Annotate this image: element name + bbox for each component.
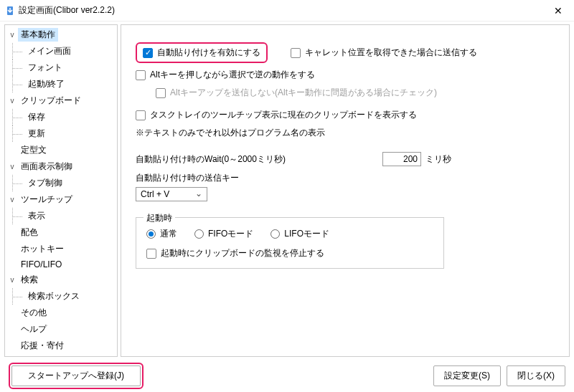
tree-item-label: その他 xyxy=(18,306,50,320)
tree-item-label: フォント xyxy=(25,61,65,75)
tree-item[interactable]: 起動/終了 xyxy=(5,76,117,92)
startup-group: 起動時 通常 FIFOモード LIFOモード 起動時にクリップボードの監視を停止… xyxy=(136,217,444,269)
tree-item-label: 検索 xyxy=(18,273,41,287)
tree-item[interactable]: v基本動作 xyxy=(5,27,117,43)
tree-item[interactable]: v検索 xyxy=(5,272,117,288)
tree-item[interactable]: 更新 xyxy=(5,125,117,142)
tree-item-label: 画面表示制御 xyxy=(18,160,75,173)
tree-item[interactable]: メイン画面 xyxy=(5,43,117,59)
tree-item-label: バージョン xyxy=(18,355,67,357)
highlight-startup-register: スタートアップへ登録(J) xyxy=(9,363,144,389)
radio-startup-fifo[interactable]: FIFOモード xyxy=(194,228,253,240)
tree-item-label: 基本動作 xyxy=(18,28,58,42)
chevron-down-icon: v xyxy=(8,97,17,105)
tree-item[interactable]: 検索ボックス xyxy=(5,288,117,305)
tree-item-label: 検索ボックス xyxy=(25,290,83,303)
chevron-down-icon: v xyxy=(8,276,17,284)
startup-register-button[interactable]: スタートアップへ登録(J) xyxy=(11,365,141,386)
tree-item-label: 保存 xyxy=(25,110,48,124)
checkbox-alt-reverse[interactable]: Altキーを押しながら選択で逆の動作をする xyxy=(136,69,315,81)
wait-label: 自動貼り付け時のWait(0～2000ミリ秒) xyxy=(136,153,286,166)
tree-item-label: 応援・寄付 xyxy=(18,339,67,353)
tree-item-label: ヘルプ xyxy=(18,322,50,336)
tree-item[interactable]: 表示 xyxy=(5,208,117,224)
tree-item[interactable]: v画面表示制御 xyxy=(5,158,117,175)
chevron-down-icon: v xyxy=(8,196,17,204)
checkbox-alt-keyup[interactable]: Altキーアップを送信しない(Altキー動作に問題がある場合にチェック) xyxy=(156,87,437,99)
tree-item[interactable]: FIFO/LIFO xyxy=(5,257,117,272)
tooltip-note: ※テキストのみでそれ以外はプログラム名の表示 xyxy=(136,127,555,139)
wait-input[interactable] xyxy=(382,152,421,166)
tree-item-label: タブ制御 xyxy=(25,176,65,190)
content-panel: ✓ 自動貼り付けを有効にする キャレット位置を取得できた場合に送信する Altキ… xyxy=(121,24,570,357)
radio-startup-normal[interactable]: 通常 xyxy=(146,228,177,240)
chevron-down-icon: v xyxy=(8,163,17,171)
tree-item[interactable]: その他 xyxy=(5,305,117,321)
tree-item[interactable]: ヘルプ xyxy=(5,321,117,338)
checkbox-auto-paste-enable[interactable]: ✓ 自動貼り付けを有効にする xyxy=(143,47,260,59)
footer: スタートアップへ登録(J) 設定変更(S) 閉じる(X) xyxy=(0,360,574,392)
main-area: v基本動作メイン画面フォント起動/終了vクリップボード保存更新定型文v画面表示制… xyxy=(0,21,574,360)
tree-item-label: 定型文 xyxy=(18,143,50,157)
tree-item[interactable]: ホットキー xyxy=(5,241,117,257)
close-icon[interactable]: ✕ xyxy=(545,1,571,21)
chevron-down-icon: v xyxy=(8,31,17,39)
titlebar: 設定画面(Clibor ver2.2.2) ✕ xyxy=(0,0,574,21)
tree-item-label: 更新 xyxy=(25,127,48,140)
wait-unit: ミリ秒 xyxy=(425,153,451,166)
window-title: 設定画面(Clibor ver2.2.2) xyxy=(19,4,545,16)
tree-item-label: FIFO/LIFO xyxy=(18,259,65,270)
send-key-select[interactable]: Ctrl + V xyxy=(136,187,207,201)
tree-item[interactable]: vクリップボード xyxy=(5,92,117,109)
startup-legend: 起動時 xyxy=(144,212,175,224)
tree-item-label: メイン画面 xyxy=(25,44,74,58)
tree-item-label: ツールチップ xyxy=(18,193,75,206)
tree-item[interactable]: フォント xyxy=(5,59,117,76)
tree-item[interactable]: 配色 xyxy=(5,224,117,241)
tree-item[interactable]: vツールチップ xyxy=(5,191,117,208)
tree-item[interactable]: 保存 xyxy=(5,109,117,125)
checkbox-caret-send[interactable]: キャレット位置を取得できた場合に送信する xyxy=(291,47,477,59)
tree-item-label: クリップボード xyxy=(18,94,84,107)
apply-button[interactable]: 設定変更(S) xyxy=(433,365,501,386)
highlight-auto-paste: ✓ 自動貼り付けを有効にする xyxy=(136,42,268,63)
radio-startup-lifo[interactable]: LIFOモード xyxy=(270,228,329,240)
tree-item[interactable]: 応援・寄付 xyxy=(5,338,117,354)
checkbox-tooltip-clipboard[interactable]: タスクトレイのツールチップ表示に現在のクリップボードを表示する xyxy=(136,109,417,121)
app-icon xyxy=(4,5,16,16)
tree-item-label: ホットキー xyxy=(18,242,67,256)
tree-item-label: 起動/終了 xyxy=(25,77,67,91)
send-key-label: 自動貼り付け時の送信キー xyxy=(136,172,555,184)
sidebar: v基本動作メイン画面フォント起動/終了vクリップボード保存更新定型文v画面表示制… xyxy=(4,24,118,357)
tree-item[interactable]: タブ制御 xyxy=(5,175,117,191)
tree-item-label: 表示 xyxy=(25,209,48,223)
close-button[interactable]: 閉じる(X) xyxy=(507,365,565,386)
tree-item[interactable]: 定型文 xyxy=(5,142,117,158)
tree-item-label: 配色 xyxy=(18,226,41,239)
checkbox-stop-monitor[interactable]: 起動時にクリップボードの監視を停止する xyxy=(146,247,324,259)
tree-item[interactable]: バージョン xyxy=(5,354,117,357)
